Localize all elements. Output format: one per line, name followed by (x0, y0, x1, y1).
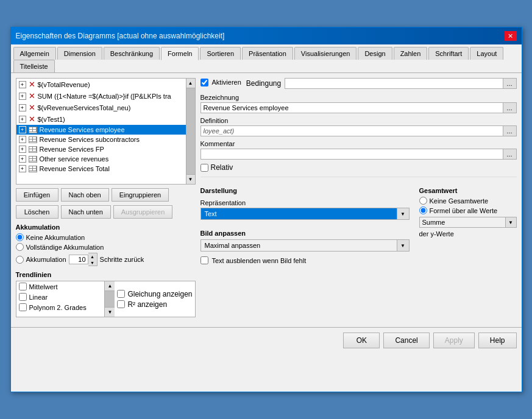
scroll-up-button[interactable]: ▲ (186, 79, 195, 88)
expand-icon[interactable]: + (19, 136, 26, 143)
list-item[interactable]: + Revenue Services FP (16, 144, 186, 154)
top-right-row: Aktivieren Bedingung … (200, 78, 517, 89)
definition-label: Definition (200, 117, 517, 124)
gleichung-checkbox[interactable] (117, 290, 125, 298)
ausgruppieren-button[interactable]: Ausgruppieren (113, 205, 173, 219)
cancel-button[interactable]: Cancel (383, 333, 429, 348)
formula-list[interactable]: + ✕ $(vTotalRevenue) + ✕ SUM ({1<Nature … (16, 78, 186, 185)
tab-dimension[interactable]: Dimension (57, 47, 102, 60)
bezeichnung-input[interactable] (200, 102, 503, 113)
list-item[interactable]: + Revenue Services Total (16, 164, 186, 174)
summe-arrow-button[interactable]: ▼ (505, 217, 516, 227)
nach-oben-button[interactable]: Nach oben (61, 188, 109, 202)
table-icon (29, 166, 37, 172)
steps-input[interactable] (69, 255, 88, 264)
tab-titelleiste[interactable]: Titelleiste (13, 60, 55, 72)
expand-icon[interactable]: + (19, 93, 26, 100)
expand-icon[interactable]: + (19, 104, 26, 111)
list-scrollbar[interactable]: ▲ ▼ (186, 78, 196, 185)
darstellung-title: Darstellung (200, 187, 410, 194)
gleichung-label: Gleichung anzeigen (127, 290, 192, 298)
bedingung-input[interactable] (285, 78, 503, 89)
text-ausblenden-checkbox[interactable] (200, 256, 208, 264)
darstellung-section: Darstellung Repräsentation Text ▼ Bild a… (200, 182, 410, 267)
vollstaendige-akkumulation-radio[interactable] (16, 243, 24, 251)
list-item[interactable]: + ✕ $(vTest1) (16, 113, 186, 125)
ok-button[interactable]: OK (343, 333, 380, 348)
tab-formeln[interactable]: Formeln (161, 47, 199, 60)
kommentar-input[interactable] (200, 149, 503, 160)
tab-design[interactable]: Design (358, 47, 392, 60)
r2-checkbox[interactable] (117, 300, 125, 308)
definition-input[interactable] (200, 125, 503, 136)
linear-checkbox[interactable] (19, 293, 27, 301)
trend-item-polynom[interactable]: Polynom 2. Grades (16, 302, 105, 312)
keine-gesamtwerte-radio[interactable] (419, 197, 427, 205)
kommentar-ellipsis-button[interactable]: … (503, 149, 517, 160)
spin-up-button[interactable]: ▲ (88, 253, 97, 259)
loeschen-button[interactable]: Löschen (16, 205, 59, 219)
close-button[interactable]: ✕ (505, 31, 517, 41)
tab-visualisierungen[interactable]: Visualisierungen (294, 47, 357, 60)
definition-ellipsis-button[interactable]: … (503, 125, 517, 136)
tab-sortieren[interactable]: Sortieren (200, 47, 241, 60)
list-item[interactable]: + Revenue Services subcontractors (16, 135, 186, 144)
keine-akkumulation-radio[interactable] (16, 233, 24, 241)
bild-anpassen-select[interactable]: Maximal anpassen ▼ (200, 239, 410, 252)
bedingung-input-group: … (285, 78, 516, 89)
trend-item-mittelwert[interactable]: Mittelwert (16, 281, 105, 292)
apply-button[interactable]: Apply (433, 333, 475, 348)
trendlinien-list[interactable]: Mittelwert Linear Polynom 2. Grades (16, 281, 105, 317)
tab-praesentation[interactable]: Präsentation (242, 47, 293, 60)
gesamtwert-group: Keine Gesamtwerte Formel über alle Werte (419, 197, 517, 214)
help-button[interactable]: Help (478, 333, 517, 348)
keine-akkumulation-label: Keine Akkumulation (26, 234, 85, 241)
r2-label: R² anzeigen (127, 300, 167, 309)
repraesentation-select[interactable]: Text ▼ (200, 208, 410, 220)
bezeichnung-ellipsis-button[interactable]: … (503, 102, 517, 113)
bild-anpassen-arrow-button[interactable]: ▼ (397, 240, 409, 251)
tab-beschraenkung[interactable]: Beschränkung (104, 47, 160, 60)
expand-icon[interactable]: + (19, 165, 26, 172)
expand-icon[interactable]: + (19, 116, 26, 123)
summe-select[interactable]: Summe ▼ (419, 217, 517, 228)
scroll-track (186, 88, 195, 174)
list-item-label: $(vRevenueServicesTotal_neu) (38, 104, 131, 111)
scroll-down-button[interactable]: ▼ (186, 174, 195, 184)
relativ-checkbox[interactable] (200, 164, 208, 172)
expand-icon[interactable]: + (19, 81, 26, 88)
trend-scroll-down[interactable]: ▼ (105, 307, 115, 317)
list-item-label: SUM ({1<Nature =$(Actual)>}if ([P&LKPIs … (38, 93, 171, 100)
text-ausblenden-label: Text ausblenden wenn Bild fehlt (212, 257, 307, 264)
trend-item-linear[interactable]: Linear (16, 292, 105, 302)
expand-icon[interactable]: + (19, 155, 26, 163)
bedingung-ellipsis-button[interactable]: … (503, 78, 517, 89)
einfuegen-button[interactable]: Einfügen (16, 188, 59, 202)
list-item-selected[interactable]: + Revenue Services employee (16, 125, 186, 135)
red-x-icon: ✕ (29, 80, 35, 89)
akkumulation-radio[interactable] (16, 256, 24, 264)
polynom-checkbox[interactable] (19, 303, 27, 311)
list-item[interactable]: + Other service revenues (16, 154, 186, 164)
eingruppieren-button[interactable]: Eingruppieren (112, 188, 169, 202)
repraesentation-arrow-button[interactable]: ▼ (397, 208, 409, 219)
footer: OK Cancel Apply Help (11, 327, 522, 353)
spin-down-button[interactable]: ▼ (88, 259, 97, 266)
mittelwert-checkbox[interactable] (19, 283, 27, 290)
list-item[interactable]: + ✕ $(vRevenueServicesTotal_neu) (16, 102, 186, 113)
expand-icon[interactable]: + (19, 126, 26, 133)
list-item[interactable]: + ✕ $(vTotalRevenue) (16, 79, 186, 90)
nach-unten-button[interactable]: Nach unten (61, 205, 111, 219)
tab-schriftart[interactable]: Schriftart (428, 47, 469, 60)
tab-layout[interactable]: Layout (470, 47, 503, 60)
gesamtwert-title: Gesamtwert (419, 187, 517, 194)
tab-allgemein[interactable]: Allgemein (13, 47, 56, 60)
expand-icon[interactable]: + (19, 146, 26, 153)
summe-value: Summe (420, 217, 505, 227)
trend-scroll-up[interactable]: ▲ (105, 281, 115, 291)
list-item-label: Revenue Services subcontractors (40, 136, 140, 143)
list-item[interactable]: + ✕ SUM ({1<Nature =$(Actual)>}if ([P&LK… (16, 90, 186, 102)
formel-alle-werte-radio[interactable] (419, 206, 427, 214)
tab-zahlen[interactable]: Zahlen (394, 47, 428, 60)
aktivieren-checkbox[interactable] (200, 79, 208, 86)
